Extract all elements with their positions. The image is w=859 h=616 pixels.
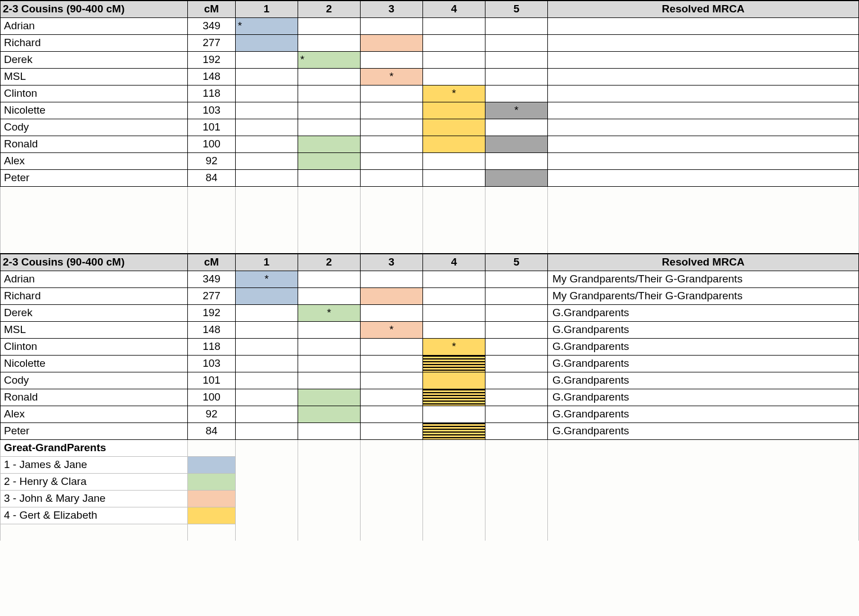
group-cell xyxy=(422,406,485,422)
group-fill xyxy=(423,102,485,119)
group-cell xyxy=(298,321,360,338)
group-cell xyxy=(422,372,485,389)
legend-row: 2 - Henry & Clara xyxy=(1,473,859,490)
cell-cm: 92 xyxy=(205,408,217,420)
group-cell xyxy=(485,68,547,85)
group-cell xyxy=(235,169,298,186)
group-fill xyxy=(423,372,485,389)
group-cell xyxy=(298,119,360,136)
group-fill xyxy=(485,170,547,186)
header-title: 2-3 Cousins (90-400 cM) xyxy=(3,3,124,15)
group-cell: * xyxy=(422,338,485,355)
blank-row xyxy=(1,220,859,237)
cell-name: MSL xyxy=(4,323,26,335)
group-cell xyxy=(298,389,360,406)
cell-mrca: G.Grandparents xyxy=(552,357,629,369)
group-cell xyxy=(360,119,422,136)
cell-cm: 103 xyxy=(203,357,221,369)
legend-row: 1 - James & Jane xyxy=(1,456,859,473)
cell-cm: 148 xyxy=(203,323,221,335)
cell-star: * xyxy=(236,20,298,32)
group-cell xyxy=(360,85,422,102)
group-cell: * xyxy=(360,321,422,338)
group-cell xyxy=(360,372,422,389)
group-cell xyxy=(360,287,422,304)
group-cell xyxy=(298,169,360,186)
cell-cm: 84 xyxy=(205,172,217,183)
group-cell xyxy=(235,422,298,439)
group-cell xyxy=(235,85,298,102)
group-cell xyxy=(485,422,547,439)
cell-cm: 84 xyxy=(205,425,217,437)
group-cell xyxy=(422,389,485,406)
group-cell xyxy=(298,136,360,152)
group-cell xyxy=(422,152,485,169)
cell-mrca: G.Grandparents xyxy=(552,374,629,386)
group-cell xyxy=(422,321,485,338)
group-cell xyxy=(485,169,547,186)
spreadsheet: 2-3 Cousins (90-400 cM)cM12345Resolved M… xyxy=(0,0,859,541)
group-cell: * xyxy=(360,68,422,85)
group-cell xyxy=(298,372,360,389)
header-cm: cM xyxy=(204,256,219,268)
group-fill xyxy=(423,119,485,136)
cell-name: Adrian xyxy=(4,273,35,285)
header-cm: cM xyxy=(204,3,219,15)
group-cell xyxy=(360,304,422,321)
cell-cm: 192 xyxy=(203,307,221,318)
blank-row xyxy=(1,203,859,220)
group-cell xyxy=(298,355,360,372)
group-cell xyxy=(360,34,422,51)
group-cell: * xyxy=(422,85,485,102)
group-cell: * xyxy=(298,51,360,68)
group-fill xyxy=(361,35,422,51)
cell-mrca: My Grandparents/Their G-Grandparents xyxy=(552,290,743,302)
legend-label: 3 - John & Mary Jane xyxy=(4,492,106,504)
cell-cm: 192 xyxy=(203,53,221,65)
cell-name: Cody xyxy=(4,374,29,386)
blank-row xyxy=(1,524,859,541)
group-cell xyxy=(235,355,298,372)
group-fill xyxy=(236,288,298,304)
group-cell xyxy=(360,355,422,372)
group-cell xyxy=(235,406,298,422)
table-row: Nicolette103G.Grandparents xyxy=(1,355,859,372)
table-row: Cody101 xyxy=(1,119,859,136)
group-cell xyxy=(485,338,547,355)
group-cell xyxy=(360,271,422,287)
table-row: Clinton118* xyxy=(1,85,859,102)
group-cell xyxy=(485,372,547,389)
group-cell xyxy=(235,321,298,338)
group-cell xyxy=(485,355,547,372)
group-fill xyxy=(485,136,547,152)
group-cell xyxy=(422,355,485,372)
group-fill xyxy=(298,389,360,406)
header-group-3: 3 xyxy=(389,3,395,15)
group-cell xyxy=(298,34,360,51)
group-cell xyxy=(235,287,298,304)
table-row: Adrian349* xyxy=(1,17,859,34)
header-group-2: 2 xyxy=(326,256,332,268)
group-fill xyxy=(236,35,298,51)
cell-star: * xyxy=(327,307,331,318)
group-fill xyxy=(298,406,360,422)
cell-mrca: G.Grandparents xyxy=(552,307,629,318)
group-cell xyxy=(298,271,360,287)
cell-name: Nicolette xyxy=(4,357,46,369)
group-cell xyxy=(235,152,298,169)
group-cell: * xyxy=(235,17,298,34)
cell-name: Ronald xyxy=(4,391,38,403)
group-cell xyxy=(485,152,547,169)
table-row: Peter84G.Grandparents xyxy=(1,422,859,439)
cell-name: Ronald xyxy=(4,138,38,150)
legend-swatch xyxy=(188,457,235,473)
cell-cm: 103 xyxy=(203,104,221,116)
cell-star: * xyxy=(298,53,360,66)
group-cell xyxy=(422,102,485,119)
group-cell xyxy=(485,85,547,102)
blank-row xyxy=(1,186,859,203)
header-mrca: Resolved MRCA xyxy=(662,3,745,15)
group-fill xyxy=(423,423,485,439)
legend-row: 4 - Gert & Elizabeth xyxy=(1,507,859,524)
group-fill xyxy=(361,288,422,304)
